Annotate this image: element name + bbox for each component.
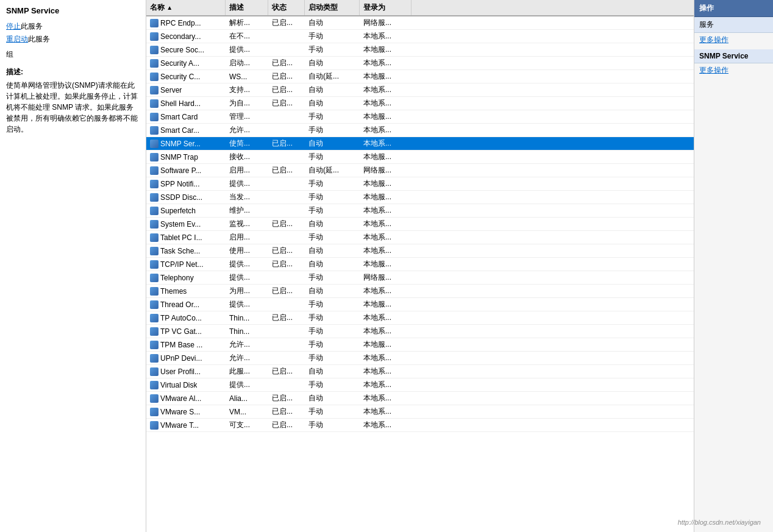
table-row[interactable]: RPC Endp...解析...已启...自动网络服... xyxy=(146,16,694,30)
service-desc-cell: 提供... xyxy=(226,378,268,391)
service-icon xyxy=(150,394,159,403)
service-startup-cell: 手动 xyxy=(305,204,360,217)
service-name-cell: SPP Notifi... xyxy=(146,179,226,190)
service-icon xyxy=(150,140,159,148)
service-status-cell: 已启... xyxy=(268,365,305,378)
service-name: Secondary... xyxy=(160,32,201,41)
service-name: SPP Notifi... xyxy=(160,180,199,188)
table-row[interactable]: TPM Base ...允许...手动本地服... xyxy=(146,338,694,352)
table-row[interactable]: VMware T...可支...已启...手动本地系... xyxy=(146,419,694,432)
service-login-cell: 本地系... xyxy=(360,83,411,96)
service-icon xyxy=(150,354,159,363)
service-icon xyxy=(150,19,159,27)
service-login-cell: 网络服... xyxy=(360,164,411,177)
restart-service-link[interactable]: 重启动 xyxy=(6,35,28,43)
service-icon xyxy=(150,73,159,81)
service-login-cell: 本地系... xyxy=(360,97,411,110)
service-name-cell: Smart Card xyxy=(146,112,226,122)
service-name-cell: Security A... xyxy=(146,58,226,69)
table-row[interactable]: UPnP Devi...允许...手动本地系... xyxy=(146,352,694,365)
table-row[interactable]: Tablet PC I...启用...手动本地系... xyxy=(146,231,694,244)
table-row[interactable]: Software P...启用...已启...自动(延...网络服... xyxy=(146,164,694,177)
table-row[interactable]: SSDP Disc...当发...手动本地服... xyxy=(146,191,694,204)
service-icon xyxy=(150,327,159,336)
table-row[interactable]: Server支持...已启...自动本地系... xyxy=(146,83,694,97)
col-header-login[interactable]: 登录为 xyxy=(360,0,411,15)
service-login-cell: 本地系... xyxy=(360,137,411,150)
services-table-body[interactable]: RPC Endp...解析...已启...自动网络服...Secondary..… xyxy=(146,16,694,532)
service-login-cell: 本地系... xyxy=(360,405,411,418)
service-name: Telephony xyxy=(160,274,194,282)
table-row[interactable]: User Profil...此服...已启...自动本地系... xyxy=(146,365,694,378)
table-row[interactable]: Security A...启动...已启...自动本地系... xyxy=(146,57,694,70)
service-name: Security A... xyxy=(160,59,199,68)
right-panel-more-2[interactable]: 更多操作 xyxy=(694,63,773,77)
table-row[interactable]: Security C...WS...已启...自动(延...本地服... xyxy=(146,70,694,83)
table-row[interactable]: SPP Notifi...提供...手动本地服... xyxy=(146,177,694,191)
service-status-cell xyxy=(268,116,305,118)
right-panel-services[interactable]: 服务 xyxy=(694,17,773,33)
table-row[interactable]: Virtual Disk提供...手动本地系... xyxy=(146,378,694,392)
col-header-status[interactable]: 状态 xyxy=(268,0,305,15)
service-name-cell: SNMP Ser... xyxy=(146,138,226,149)
table-row[interactable]: System Ev...监视...已启...自动本地系... xyxy=(146,218,694,231)
table-row[interactable]: Task Sche...使用...已启...自动本地系... xyxy=(146,244,694,258)
service-status-cell: 已启... xyxy=(268,137,305,150)
service-desc-cell: 可支... xyxy=(226,419,268,431)
service-name: Themes xyxy=(160,287,187,296)
table-row[interactable]: TP VC Gat...Thin...手动本地系... xyxy=(146,325,694,338)
service-name-cell: Secondary... xyxy=(146,31,226,42)
service-icon xyxy=(150,207,159,215)
service-startup-cell: 手动 xyxy=(305,151,360,163)
service-name: Task Sche... xyxy=(160,247,200,255)
service-name-cell: Smart Car... xyxy=(146,125,226,136)
service-name-cell: VMware Al... xyxy=(146,393,226,404)
service-name-cell: User Profil... xyxy=(146,366,226,377)
service-status-cell xyxy=(268,384,305,386)
table-row[interactable]: Secure Soc...提供...手动本地服... xyxy=(146,43,694,57)
stop-suffix: 此服务 xyxy=(21,22,43,30)
service-status-cell: 已启... xyxy=(268,311,305,324)
service-status-cell xyxy=(268,35,305,38)
service-startup-cell: 自动 xyxy=(305,258,360,271)
service-desc-cell: 提供... xyxy=(226,177,268,190)
col-header-desc[interactable]: 描述 xyxy=(226,0,268,15)
table-row[interactable]: TP AutoCo...Thin...已启...手动本地系... xyxy=(146,311,694,325)
stop-service-link[interactable]: 停止 xyxy=(6,22,21,30)
table-row[interactable]: SNMP Ser...使简...已启...自动本地系... xyxy=(146,137,694,151)
service-login-cell: 本地系... xyxy=(360,419,411,431)
table-row[interactable]: SNMP Trap接收...手动本地服... xyxy=(146,151,694,164)
service-login-cell: 本地系... xyxy=(360,311,411,324)
table-row[interactable]: VMware Al...Alia...已启...自动本地系... xyxy=(146,392,694,405)
table-row[interactable]: VMware S...VM...已启...手动本地系... xyxy=(146,405,694,419)
table-row[interactable]: Themes为用...已启...自动本地系... xyxy=(146,285,694,298)
col-header-startup[interactable]: 启动类型 xyxy=(305,0,360,15)
service-startup-cell: 自动 xyxy=(305,244,360,257)
service-name: RPC Endp... xyxy=(160,19,201,27)
service-login-cell: 本地服... xyxy=(360,258,411,271)
table-row[interactable]: TCP/IP Net...提供...已启...自动本地服... xyxy=(146,258,694,271)
service-login-cell: 本地服... xyxy=(360,338,411,351)
service-status-cell: 已启... xyxy=(268,218,305,230)
table-row[interactable]: Secondary...在不...手动本地系... xyxy=(146,30,694,43)
table-row[interactable]: Superfetch维护...手动本地系... xyxy=(146,204,694,218)
service-status-cell xyxy=(268,129,305,132)
service-name: Superfetch xyxy=(160,207,196,215)
service-icon xyxy=(150,126,159,135)
service-startup-cell: 手动 xyxy=(305,231,360,244)
restart-action-line: 重启动此服务 xyxy=(6,34,140,44)
service-desc-cell: 管理... xyxy=(226,110,268,123)
service-desc-cell: 解析... xyxy=(226,16,268,29)
col-header-name[interactable]: 名称 ▲ xyxy=(146,0,226,15)
service-startup-cell: 手动 xyxy=(305,405,360,418)
service-icon xyxy=(150,99,159,108)
table-row[interactable]: Smart Car...允许...手动本地系... xyxy=(146,124,694,137)
table-row[interactable]: Thread Or...提供...手动本地服... xyxy=(146,298,694,311)
table-row[interactable]: Shell Hard...为自...已启...自动本地系... xyxy=(146,97,694,110)
table-row[interactable]: Smart Card管理...手动本地服... xyxy=(146,110,694,124)
service-status-cell: 已启... xyxy=(268,405,305,418)
service-login-cell: 本地服... xyxy=(360,298,411,311)
service-icon xyxy=(150,300,159,309)
table-row[interactable]: Telephony提供...手动网络服... xyxy=(146,271,694,285)
right-panel-more-1[interactable]: 更多操作 xyxy=(694,33,773,47)
